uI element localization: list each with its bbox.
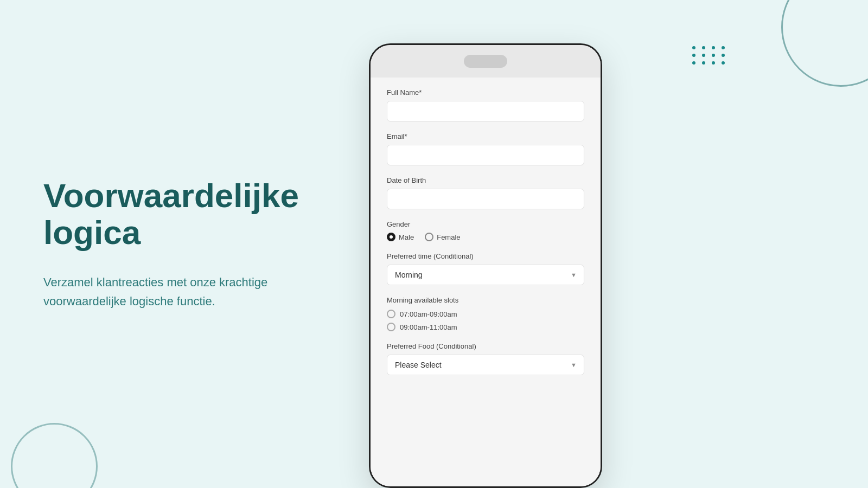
gender-male-option[interactable]: Male (387, 233, 414, 241)
gender-male-radio[interactable] (387, 233, 395, 241)
preferred-time-select-wrapper: Morning Afternoon Evening (387, 265, 584, 285)
page-subtitle: Verzamel klantreacties met onze krachtig… (43, 273, 309, 311)
morning-slots-label: Morning available slots (387, 296, 584, 304)
gender-female-option[interactable]: Female (425, 233, 460, 241)
full-name-label: Full Name* (387, 88, 584, 97)
gender-options: Male Female (387, 233, 584, 241)
phone-mockup: Full Name* Email* Date of Birth Gender M… (369, 43, 602, 488)
phone-notch (464, 55, 507, 68)
full-name-group: Full Name* (387, 88, 584, 121)
preferred-food-select-wrapper: Please Select Vegetarian Non-Vegetarian … (387, 355, 584, 375)
preferred-food-group: Preferred Food (Conditional) Please Sele… (387, 342, 584, 375)
slot-option-1[interactable]: 07:00am-09:00am (387, 310, 584, 318)
slot-radio-1[interactable] (387, 310, 395, 318)
form-content: Full Name* Email* Date of Birth Gender M… (371, 78, 601, 486)
dob-input[interactable] (387, 189, 584, 209)
preferred-time-select[interactable]: Morning Afternoon Evening (387, 265, 584, 285)
decorative-circle-top-right (781, 0, 868, 87)
gender-male-label: Male (399, 233, 414, 241)
morning-slots-group: Morning available slots 07:00am-09:00am … (387, 296, 584, 331)
gender-female-label: Female (437, 233, 460, 241)
gender-female-radio[interactable] (425, 233, 433, 241)
dot-grid-decoration (692, 46, 727, 65)
gender-group: Gender Male Female (387, 220, 584, 241)
preferred-food-label: Preferred Food (Conditional) (387, 342, 584, 350)
slot-label-2: 09:00am-11:00am (400, 323, 457, 331)
full-name-input[interactable] (387, 101, 584, 121)
preferred-time-label: Preferred time (Conditional) (387, 252, 584, 260)
dob-group: Date of Birth (387, 176, 584, 209)
slot-label-1: 07:00am-09:00am (400, 310, 457, 318)
left-content-area: Voorwaardelijke logica Verzamel klantrea… (0, 0, 353, 488)
dob-label: Date of Birth (387, 176, 584, 184)
gender-label: Gender (387, 220, 584, 228)
email-label: Email* (387, 132, 584, 140)
slot-radio-2[interactable] (387, 323, 395, 331)
preferred-food-select[interactable]: Please Select Vegetarian Non-Vegetarian … (387, 355, 584, 375)
phone-top-bar (371, 45, 601, 78)
email-input[interactable] (387, 145, 584, 165)
page-title: Voorwaardelijke logica (43, 177, 309, 251)
email-group: Email* (387, 132, 584, 165)
slot-option-2[interactable]: 09:00am-11:00am (387, 323, 584, 331)
preferred-time-group: Preferred time (Conditional) Morning Aft… (387, 252, 584, 285)
